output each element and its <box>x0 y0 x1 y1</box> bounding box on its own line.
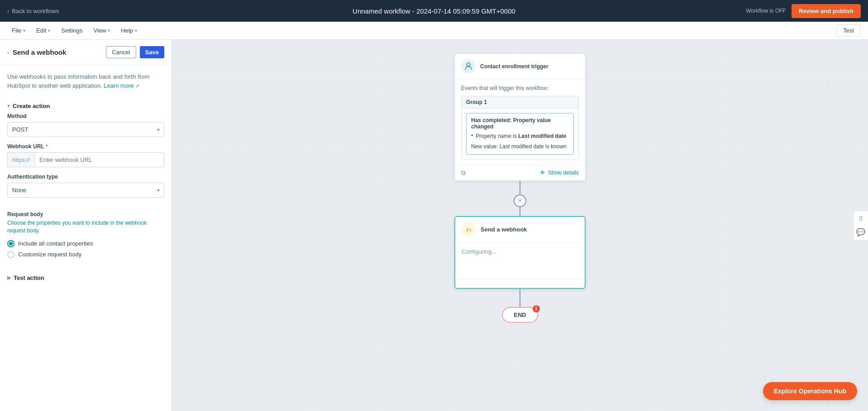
test-action-chevron-icon: ▶ <box>7 275 11 281</box>
workflow-canvas: Contact enrollment trigger Events that w… <box>172 40 868 411</box>
include-all-label: Include all contact properties <box>18 240 93 247</box>
sidebar-title-group: ‹ Send a webhook <box>7 48 66 56</box>
help-menu[interactable]: Help ▾ <box>116 25 142 36</box>
eye-icon: 👁 <box>540 170 545 176</box>
sidebar-header-actions: Cancel Save <box>106 46 164 58</box>
auth-type-select-wrapper: None API key OAuth 2.0 ▾ <box>7 183 164 198</box>
trigger-label: Contact enrollment trigger <box>480 63 548 70</box>
webhook-url-field-group: Webhook URL https:// <box>7 143 164 167</box>
cancel-button[interactable]: Cancel <box>106 46 136 58</box>
delete-step-button[interactable]: ✕ <box>514 194 526 207</box>
sidebar-back-arrow-icon[interactable]: ‹ <box>7 49 9 56</box>
method-label: Method <box>7 113 164 119</box>
webhook-node-header: ƒx Send a webhook <box>455 217 585 243</box>
review-publish-button[interactable]: Review and publish <box>792 4 861 18</box>
file-menu-arrow-icon: ▾ <box>23 28 25 33</box>
back-to-workflows-label: Back to workflows <box>12 8 59 14</box>
auth-type-field-group: Authentication type None API key OAuth 2… <box>7 174 164 198</box>
webhook-url-prefix: https:// <box>7 152 34 167</box>
show-details-button[interactable]: 👁 Show details <box>540 170 579 176</box>
view-menu-arrow-icon: ▾ <box>108 28 110 33</box>
file-menu[interactable]: File ▾ <box>7 25 30 36</box>
trigger-footer: ⧉ 👁 Show details <box>455 165 585 180</box>
learn-more-link[interactable]: Learn more <box>104 82 134 89</box>
edit-menu[interactable]: Edit ▾ <box>32 25 55 36</box>
explore-operations-hub-button[interactable]: Explore Operations Hub <box>763 382 857 400</box>
external-link-icon: ↗ <box>135 84 139 89</box>
test-action-label: Test action <box>14 274 44 281</box>
webhook-node-body: Configuring... <box>455 243 585 279</box>
customize-option[interactable]: Customize request body <box>7 251 164 258</box>
webhook-node-label: Send a webhook <box>481 226 527 233</box>
edit-menu-arrow-icon: ▾ <box>48 28 50 33</box>
create-action-chevron-icon: ▾ <box>7 103 10 109</box>
settings-menu[interactable]: Settings <box>57 25 87 36</box>
trigger-group: Group 1 Has completed: Property value ch… <box>461 96 579 160</box>
request-body-title: Request body <box>7 211 164 217</box>
delete-step-icon: ✕ <box>518 198 522 204</box>
copy-icon[interactable]: ⧉ <box>461 169 466 177</box>
webhook-node-footer <box>455 279 585 288</box>
workflow-title: Unnamed workflow - 2024-07-14 05:09:59 G… <box>353 7 515 15</box>
settings-menu-label: Settings <box>61 27 82 34</box>
sidebar-title-text: Send a webhook <box>13 48 66 56</box>
trigger-condition-title: Has completed: Property value changed <box>471 117 569 130</box>
webhook-url-label: Webhook URL <box>7 143 164 150</box>
view-menu-label: View <box>93 27 106 34</box>
test-action-section[interactable]: ▶ Test action <box>0 269 172 287</box>
trigger-group-header: Group 1 <box>462 96 578 109</box>
webhook-fx-icon: ƒx <box>466 226 472 233</box>
save-button[interactable]: Save <box>140 46 164 58</box>
file-menu-label: File <box>12 27 21 34</box>
menu-bar: File ▾ Edit ▾ Settings View ▾ Help ▾ Tes… <box>0 22 868 40</box>
comment-icon[interactable]: 💬 <box>856 227 865 236</box>
trigger-group-body: Has completed: Property value changed • … <box>462 109 578 159</box>
webhook-node-icon: ƒx <box>462 222 476 237</box>
end-node-wrapper: END 1 <box>502 307 538 323</box>
view-menu[interactable]: View ▾ <box>89 25 114 36</box>
trigger-body: Events that will trigger this workflow: … <box>455 80 585 165</box>
grid-view-icon[interactable]: ⠿ <box>858 215 863 222</box>
customize-radio[interactable] <box>7 251 14 258</box>
trigger-icon <box>461 59 476 74</box>
auth-type-select[interactable]: None API key OAuth 2.0 <box>7 183 164 198</box>
right-tools-panel: ⠿ 💬 <box>853 211 868 240</box>
help-menu-label: Help <box>121 27 133 34</box>
back-arrow-icon: ‹ <box>7 8 9 14</box>
include-all-radio[interactable] <box>7 240 14 247</box>
method-select-wrapper: POST GET PUT DELETE PATCH ▾ <box>7 122 164 137</box>
trigger-node[interactable]: Contact enrollment trigger Events that w… <box>454 53 586 181</box>
bullet-icon: • <box>471 132 473 139</box>
webhook-url-input[interactable] <box>34 152 164 167</box>
end-connector-line <box>520 289 520 307</box>
request-body-desc: Choose the properties you want to includ… <box>7 219 164 235</box>
end-badge: 1 <box>533 305 540 312</box>
webhook-url-row: https:// <box>7 152 164 167</box>
customize-label: Customize request body <box>18 251 81 258</box>
trigger-events-label: Events that will trigger this workflow: <box>461 85 579 91</box>
trigger-property-name: Property name is Last modified date <box>476 132 566 140</box>
connector-line-top <box>520 181 520 194</box>
help-menu-arrow-icon: ▾ <box>135 28 137 33</box>
sidebar-header: ‹ Send a webhook Cancel Save <box>0 40 172 65</box>
main-layout: ‹ Send a webhook Cancel Save Use webhook… <box>0 40 868 411</box>
request-body-section: Request body Choose the properties you w… <box>0 211 172 269</box>
top-nav: ‹ Back to workflows Unnamed workflow - 2… <box>0 0 868 22</box>
include-all-option[interactable]: Include all contact properties <box>7 240 164 247</box>
webhook-node[interactable]: ƒx Send a webhook Configuring... <box>454 216 586 289</box>
method-select[interactable]: POST GET PUT DELETE PATCH <box>7 122 164 137</box>
top-nav-right: Workflow is OFF Review and publish <box>746 4 861 18</box>
trigger-condition: Has completed: Property value changed • … <box>466 113 574 155</box>
back-to-workflows-button[interactable]: ‹ Back to workflows <box>7 8 59 14</box>
show-details-label: Show details <box>548 170 579 176</box>
sidebar-description: Use webhooks to pass information back an… <box>0 65 172 97</box>
auth-type-label: Authentication type <box>7 174 164 180</box>
end-node: END 1 <box>502 307 538 323</box>
create-action-label: Create action <box>13 103 50 109</box>
end-label: END <box>514 312 526 318</box>
trigger-header: Contact enrollment trigger <box>455 54 585 80</box>
create-action-header[interactable]: ▾ Create action <box>7 97 164 113</box>
edit-menu-label: Edit <box>36 27 46 34</box>
test-button[interactable]: Test <box>836 24 861 37</box>
svg-point-0 <box>467 63 470 66</box>
